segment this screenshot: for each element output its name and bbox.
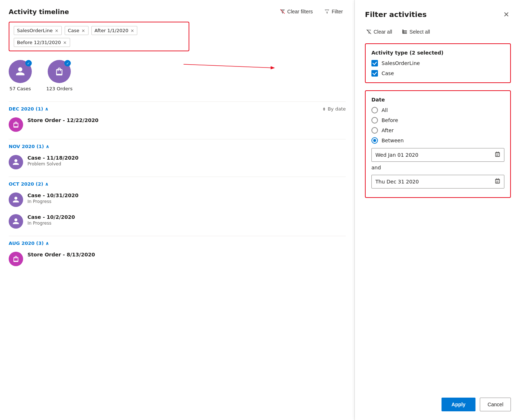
case-oct1-content: Case - 10/31/2020 In Progress xyxy=(27,192,78,204)
by-date-button[interactable]: By date xyxy=(322,106,346,112)
date-from-row: Wed Jan 01 2020 xyxy=(371,148,504,162)
tag-before-close[interactable]: × xyxy=(63,40,67,45)
checkbox-case-box[interactable] xyxy=(371,70,378,77)
radio-between-outer[interactable] xyxy=(371,137,378,144)
apply-button[interactable]: Apply xyxy=(442,398,476,411)
tag-after-label: After 1/1/2020 xyxy=(95,28,129,33)
radio-between[interactable]: Between xyxy=(371,137,504,144)
left-panel: Activity timeline Clear filters Filter xyxy=(0,0,355,420)
checkbox-case[interactable]: Case xyxy=(371,70,504,77)
store-order-aug-title: Store Order - 8/13/2020 xyxy=(27,252,95,257)
radio-all[interactable]: All xyxy=(371,107,504,113)
tag-after-close[interactable]: × xyxy=(130,29,134,33)
svg-rect-9 xyxy=(496,154,497,155)
clear-all-button[interactable]: Clear all xyxy=(365,27,393,36)
checkbox-salesorderline[interactable]: SalesOrderLine xyxy=(371,60,504,66)
activity-type-section: Activity type (2 selected) SalesOrderLin… xyxy=(365,43,511,83)
case-nov-content: Case - 11/18/2020 Problem Solved xyxy=(27,155,78,166)
select-all-button[interactable]: Select all xyxy=(401,27,431,36)
cases-label: 57 Cases xyxy=(9,86,31,91)
clear-filters-button[interactable]: Clear filters xyxy=(277,7,316,16)
store-order-dec-content: Store Order - 12/22/2020 xyxy=(27,117,99,123)
date-section-title: Date xyxy=(371,97,504,103)
filter-toolbar: Clear all Select all xyxy=(365,27,511,36)
svg-rect-16 xyxy=(498,181,499,182)
close-icon: ✕ xyxy=(503,10,509,19)
section-dec2020-header: DEC 2020 (1) ∧ By date xyxy=(9,106,346,112)
filter-tag-after: After 1/1/2020 × xyxy=(91,26,138,35)
case-nov-avatar xyxy=(9,155,23,169)
close-panel-button[interactable]: ✕ xyxy=(502,9,511,20)
svg-rect-18 xyxy=(497,182,498,182)
filter-tags-container: SalesOrderLine × Case × After 1/1/2020 ×… xyxy=(9,22,189,51)
tag-salesorderline-label: SalesOrderLine xyxy=(17,28,53,33)
section-aug2020-title[interactable]: AUG 2020 (3) ∧ xyxy=(9,241,49,246)
tag-case-close[interactable]: × xyxy=(82,29,85,33)
filter-label: Filter xyxy=(332,9,343,14)
checkmark-case-icon xyxy=(373,71,377,75)
right-panel: Filter activities ✕ Clear all Select all xyxy=(355,0,521,420)
tag-before-label: Before 12/31/2020 xyxy=(17,40,61,45)
tag-case-label: Case xyxy=(68,28,79,33)
case-oct1-title: Case - 10/31/2020 xyxy=(27,192,78,198)
timeline-item-store-order-aug: Store Order - 8/13/2020 xyxy=(9,252,346,266)
svg-rect-11 xyxy=(498,154,499,155)
sort-icon xyxy=(322,107,326,111)
cancel-button[interactable]: Cancel xyxy=(480,398,511,411)
date-section: Date All Before After Between Wed Jan 01… xyxy=(365,90,511,198)
clear-all-icon xyxy=(366,29,371,34)
clear-all-label: Clear all xyxy=(374,29,392,35)
person-icon-sm xyxy=(12,159,20,166)
radio-after[interactable]: After xyxy=(371,127,504,134)
svg-rect-17 xyxy=(496,182,497,182)
tag-salesorderline-close[interactable]: × xyxy=(55,29,59,33)
case-oct2-title: Case - 10/2/2020 xyxy=(27,214,75,220)
date-to-value: Thu Dec 31 2020 xyxy=(375,179,419,185)
calendar-to-icon[interactable] xyxy=(495,178,500,185)
date-to-input[interactable]: Thu Dec 31 2020 xyxy=(371,175,504,189)
checkbox-case-label: Case xyxy=(382,70,394,76)
store-order-dec-title: Store Order - 12/22/2020 xyxy=(27,117,99,123)
section-nov2020-title[interactable]: NOV 2020 (1) ∧ xyxy=(9,144,49,149)
filter-button[interactable]: Filter xyxy=(322,7,346,16)
summary-orders: ✓ 123 Orders xyxy=(46,60,73,91)
calendar-svg xyxy=(495,151,500,157)
svg-rect-6 xyxy=(402,30,404,31)
timeline-item-case-nov: Case - 11/18/2020 Problem Solved xyxy=(9,155,346,169)
radio-before[interactable]: Before xyxy=(371,117,504,124)
timeline-item-case-oct1: Case - 10/31/2020 In Progress xyxy=(9,192,346,207)
orders-icon-circle: ✓ xyxy=(48,60,71,83)
radio-all-outer[interactable] xyxy=(371,107,378,113)
activity-type-title: Activity type (2 selected) xyxy=(371,50,504,56)
timeline-item-store-order-dec: Store Order - 12/22/2020 xyxy=(9,117,346,132)
summary-cases: ✓ 57 Cases xyxy=(9,60,32,91)
case-nov-subtitle: Problem Solved xyxy=(27,161,78,166)
filter-tag-salesorderline: SalesOrderLine × xyxy=(14,26,62,35)
date-from-input[interactable]: Wed Jan 01 2020 xyxy=(371,148,504,162)
store-order-aug-avatar xyxy=(9,252,23,266)
section-aug2020-header: AUG 2020 (3) ∧ xyxy=(9,241,346,246)
radio-before-outer[interactable] xyxy=(371,117,378,124)
radio-all-label: All xyxy=(382,107,388,113)
svg-line-1 xyxy=(184,64,274,68)
checkbox-salesorderline-label: SalesOrderLine xyxy=(382,60,420,66)
case-oct2-avatar xyxy=(9,214,23,229)
orders-label: 123 Orders xyxy=(46,86,73,91)
svg-rect-12 xyxy=(496,155,497,156)
select-all-label: Select all xyxy=(409,29,430,35)
svg-rect-5 xyxy=(402,33,407,34)
store-order-avatar xyxy=(9,117,23,132)
filter-tag-case: Case × xyxy=(65,26,89,35)
checkmark-icon xyxy=(373,61,377,65)
cases-icon-circle: ✓ xyxy=(9,60,32,83)
section-dec2020-title[interactable]: DEC 2020 (1) ∧ xyxy=(9,106,48,112)
filter-icon xyxy=(324,9,330,14)
checkbox-salesorderline-box[interactable] xyxy=(371,60,378,66)
radio-after-outer[interactable] xyxy=(371,127,378,134)
select-all-icon xyxy=(402,29,407,34)
radio-between-label: Between xyxy=(382,138,404,143)
section-oct2020-title[interactable]: OCT 2020 (2) ∧ xyxy=(9,181,49,187)
svg-rect-7 xyxy=(402,31,404,32)
calendar-from-icon[interactable] xyxy=(495,151,500,159)
activity-timeline-title: Activity timeline xyxy=(9,8,69,16)
